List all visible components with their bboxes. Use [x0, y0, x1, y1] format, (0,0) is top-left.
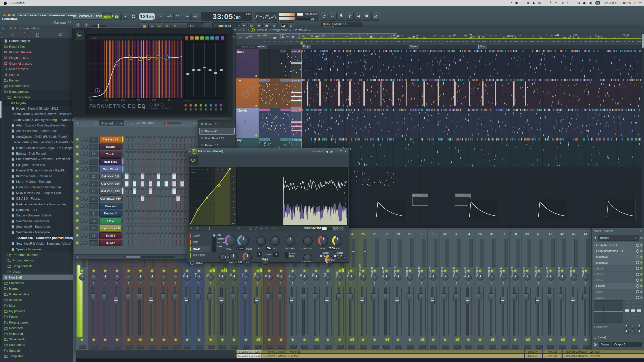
band-knob2[interactable] [210, 108, 212, 111]
strip-arrows[interactable]: ▲▼ [81, 282, 83, 285]
strip-select-led[interactable] [81, 270, 83, 272]
strip-arrows[interactable]: ▲▼ [198, 282, 200, 285]
step-cell[interactable] [149, 144, 152, 150]
step-cell[interactable] [145, 196, 148, 201]
step-cell[interactable] [180, 166, 184, 172]
tab-samples[interactable] [1, 32, 25, 38]
strip-fx-badge[interactable] [571, 345, 578, 349]
strip-fader-track[interactable] [502, 287, 504, 336]
step-cell[interactable] [153, 181, 156, 187]
help-button[interactable]: ? [346, 12, 354, 21]
step-cell[interactable] [160, 210, 164, 216]
channel-pan-knob[interactable] [80, 241, 84, 245]
strip-select-led[interactable] [315, 270, 317, 272]
band-knob[interactable] [210, 104, 212, 107]
step-cell[interactable] [165, 181, 168, 187]
shape-menu-icon[interactable]: ▼ [237, 227, 240, 230]
z-icon[interactable]: ℨ [550, 0, 551, 6]
band-select-button[interactable] [215, 36, 219, 40]
strip-arm-led[interactable] [81, 339, 83, 341]
band-knob[interactable] [194, 104, 197, 107]
step-cell[interactable] [172, 181, 176, 187]
step-cell[interactable] [169, 210, 172, 216]
strip-arrows[interactable]: ▲▼ [292, 282, 293, 285]
channel-mute-led[interactable] [76, 153, 78, 155]
strip-arrows[interactable]: ▲▼ [561, 282, 563, 285]
typing-keyboard-button[interactable]: ш+ [183, 13, 191, 20]
step-cell[interactable] [145, 225, 148, 231]
slider-handle[interactable] [203, 67, 206, 68]
strip-pan-knob[interactable] [173, 274, 179, 281]
effect-slot[interactable]: ▸Edison [593, 283, 643, 289]
magnet-icon[interactable]: ∩ [202, 227, 204, 230]
channel-mute-led[interactable] [76, 183, 78, 185]
strip-arrows[interactable]: ▲▼ [432, 282, 434, 285]
effect-slot[interactable]: ▸Fruity Reeverb 2 [593, 242, 643, 248]
channel-volume-knob[interactable] [84, 234, 88, 238]
add-channel-button[interactable]: + [77, 255, 79, 259]
strip-fx-badge[interactable] [184, 345, 191, 349]
eq-order-cell[interactable] [112, 36, 124, 40]
browser-file[interactable]: Asher Postman - Future Bass [3, 128, 73, 134]
browser-folder[interactable]: Legacy [3, 100, 73, 106]
strip-arrows[interactable]: ▲▼ [175, 282, 176, 285]
step-cell[interactable] [137, 240, 140, 246]
airplay-icon[interactable]: ⊡ [577, 0, 580, 6]
strip-arrows[interactable]: ▲▼ [93, 282, 94, 285]
automation-clip[interactable]: ⌁ Reev..er [525, 350, 542, 353]
monitor-icon[interactable]: ▢ [544, 0, 547, 6]
curve-menu-icon[interactable]: ▼ [190, 227, 192, 230]
group-selector[interactable]: Unsorted▶ [99, 120, 124, 126]
strip-arrows[interactable]: ▲▼ [268, 282, 270, 285]
att-stepper[interactable]: 2 [257, 252, 263, 257]
strip-arm-led[interactable] [151, 339, 153, 341]
thres-knob[interactable] [229, 253, 238, 261]
automation-target-label[interactable]: Reeverb 2 (..ry level ◉ [236, 354, 262, 358]
effect-slot[interactable]: ▸Maximus [593, 254, 643, 259]
strip-select-led[interactable] [139, 270, 142, 272]
eq-plugin-menu[interactable] [74, 30, 85, 40]
strip-arm-led[interactable] [268, 339, 270, 341]
step-cell[interactable] [133, 196, 136, 201]
strip-fader-handle[interactable] [371, 293, 376, 300]
step-cell[interactable] [125, 218, 129, 223]
step-cell[interactable] [149, 240, 152, 246]
step-cell[interactable] [137, 225, 140, 231]
band-row-master[interactable]: MASTER [189, 252, 210, 259]
master-slider[interactable] [92, 25, 106, 27]
step-cell[interactable] [129, 137, 133, 142]
slot-led[interactable] [640, 274, 642, 275]
step-cell[interactable] [149, 173, 152, 179]
strip-pan-knob[interactable] [442, 274, 449, 281]
channel-volume-knob[interactable] [84, 160, 88, 164]
slot-enable-toggle[interactable] [636, 249, 639, 253]
strip-pan-knob[interactable] [407, 274, 413, 281]
step-cell[interactable] [141, 173, 144, 179]
track-header[interactable]: Chords♪...♪ [235, 108, 259, 138]
step-cell[interactable] [145, 203, 148, 209]
strip-pan-knob[interactable] [489, 274, 495, 281]
band-row-low[interactable]: LOW [189, 233, 210, 239]
playlist-title[interactable]: Playlist - Arrangement [257, 28, 288, 32]
step-cell[interactable] [137, 166, 140, 172]
step-cell[interactable] [160, 240, 164, 246]
strip-select-led[interactable] [303, 270, 306, 272]
strip-fader-handle[interactable] [102, 293, 107, 300]
pattern-clip[interactable]: ≡ Ma..#2 [291, 50, 302, 78]
band-select-button[interactable] [200, 36, 204, 40]
strip-select-led[interactable] [362, 270, 364, 272]
eq-band-handle[interactable]: 2 [115, 61, 119, 66]
browser-file[interactable]: RadioactiveSandwich - Homunculus [3, 201, 73, 207]
audio-decay-clip[interactable] [537, 199, 567, 220]
channel-volume-knob[interactable] [84, 197, 88, 201]
slot-arrow-icon[interactable]: ▸ [594, 255, 595, 258]
audio-decay-clip[interactable] [605, 199, 636, 220]
step-cell[interactable] [160, 173, 164, 179]
browser-scrollbar[interactable] [0, 40, 2, 347]
step-cell[interactable] [145, 137, 148, 142]
step-cell[interactable] [125, 196, 129, 201]
strip-select-led[interactable] [327, 270, 329, 272]
channel-volume-knob[interactable] [84, 212, 88, 215]
slot-enable-toggle[interactable] [636, 273, 639, 276]
step-cell[interactable] [172, 144, 176, 150]
